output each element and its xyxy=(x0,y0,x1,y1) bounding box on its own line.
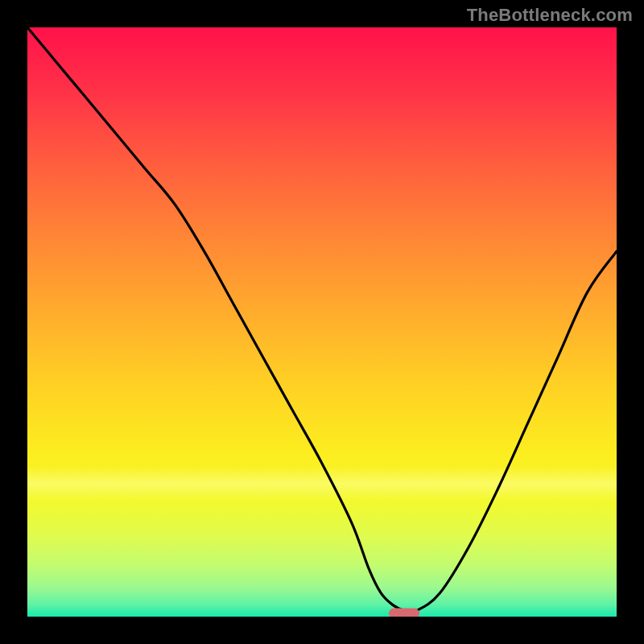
bottleneck-curve xyxy=(27,27,617,617)
plot-area xyxy=(27,27,617,617)
watermark-text: TheBottleneck.com xyxy=(467,5,633,26)
optimum-marker xyxy=(389,608,419,617)
chart-frame: TheBottleneck.com xyxy=(0,0,644,644)
